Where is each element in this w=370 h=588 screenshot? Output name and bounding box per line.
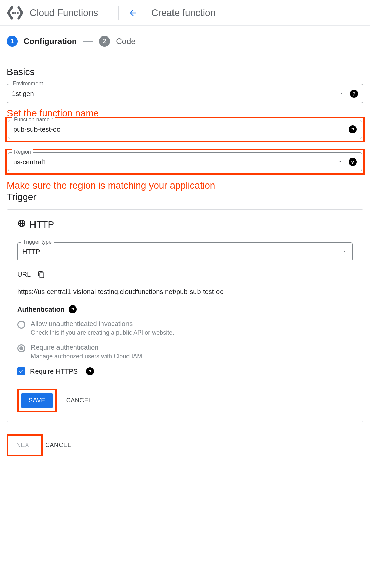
step-2-circle[interactable]: 2 xyxy=(99,36,110,47)
next-button[interactable]: NEXT xyxy=(11,438,39,452)
cancel-button[interactable]: CANCEL xyxy=(66,397,92,404)
step-1-label[interactable]: Configuration xyxy=(24,36,77,46)
trigger-title-text: HTTP xyxy=(29,219,54,230)
authentication-heading: Authentication xyxy=(17,305,65,313)
annotation-function-name: Set the function name xyxy=(7,108,363,119)
function-name-highlight: Function name * ? xyxy=(5,117,365,142)
copy-icon[interactable] xyxy=(38,271,45,278)
auth-option2-desc: Manage authorized users with Cloud IAM. xyxy=(31,353,144,360)
annotation-region: Make sure the region is matching your ap… xyxy=(7,180,363,191)
region-value: us-central1 xyxy=(13,158,337,166)
chevron-down-icon xyxy=(337,159,343,165)
function-name-input[interactable] xyxy=(13,126,349,133)
environment-select[interactable]: Environment 1st gen ? xyxy=(7,84,363,103)
cancel-button-footer[interactable]: CANCEL xyxy=(45,442,71,449)
svg-point-1 xyxy=(14,12,16,14)
next-highlight: NEXT xyxy=(7,434,43,456)
chevron-down-icon xyxy=(342,249,348,255)
url-label: URL xyxy=(17,271,31,278)
auth-option-require[interactable]: Require authentication Manage authorized… xyxy=(17,344,353,360)
radio-checked-icon xyxy=(17,344,25,352)
header-divider xyxy=(118,6,119,20)
save-highlight: SAVE xyxy=(17,389,57,412)
environment-label: Environment xyxy=(10,81,45,87)
radio-unchecked-icon xyxy=(17,321,25,329)
product-title: Cloud Functions xyxy=(30,7,98,18)
trigger-type-select[interactable]: Trigger type HTTP xyxy=(17,242,353,261)
require-https-checkbox[interactable]: Require HTTPS ? xyxy=(17,367,353,375)
save-button[interactable]: SAVE xyxy=(21,393,53,408)
stepper: 1 Configuration 2 Code xyxy=(0,26,370,57)
svg-point-2 xyxy=(17,12,19,14)
help-icon[interactable]: ? xyxy=(86,367,94,375)
chevron-down-icon xyxy=(339,91,345,97)
page-title: Create function xyxy=(151,7,215,18)
url-text: https://us-central1-visionai-testing.clo… xyxy=(17,288,353,296)
checkbox-checked-icon xyxy=(17,367,25,375)
step-2-label[interactable]: Code xyxy=(116,36,135,46)
auth-option1-desc: Check this if you are creating a public … xyxy=(31,329,174,336)
help-icon[interactable]: ? xyxy=(350,90,358,98)
trigger-type-heading: HTTP xyxy=(17,219,353,230)
basics-heading: Basics xyxy=(7,67,363,77)
globe-icon xyxy=(17,219,26,230)
back-arrow-icon[interactable] xyxy=(128,8,138,18)
region-label: Region xyxy=(12,149,33,155)
trigger-type-value: HTTP xyxy=(22,248,342,256)
help-icon[interactable]: ? xyxy=(349,158,357,166)
region-select[interactable]: Region us-central1 ? xyxy=(8,152,362,171)
step-separator xyxy=(83,41,93,42)
region-highlight: Region us-central1 ? xyxy=(5,149,365,175)
trigger-card: HTTP Trigger type HTTP URL https://us-ce… xyxy=(7,209,363,422)
header-bar: Cloud Functions Create function xyxy=(0,0,370,26)
trigger-heading: Trigger xyxy=(7,192,363,202)
auth-option1-label: Allow unauthenticated invocations xyxy=(31,320,174,328)
require-https-label: Require HTTPS xyxy=(30,368,78,375)
step-1-circle[interactable]: 1 xyxy=(7,36,18,47)
help-icon[interactable]: ? xyxy=(349,125,357,133)
help-icon[interactable]: ? xyxy=(69,305,77,313)
auth-option2-label: Require authentication xyxy=(31,344,144,351)
auth-option-allow[interactable]: Allow unauthenticated invocations Check … xyxy=(17,320,353,336)
environment-value: 1st gen xyxy=(12,90,339,98)
trigger-type-label: Trigger type xyxy=(21,239,54,245)
svg-point-0 xyxy=(12,12,14,14)
cloud-functions-logo-icon xyxy=(7,5,24,20)
